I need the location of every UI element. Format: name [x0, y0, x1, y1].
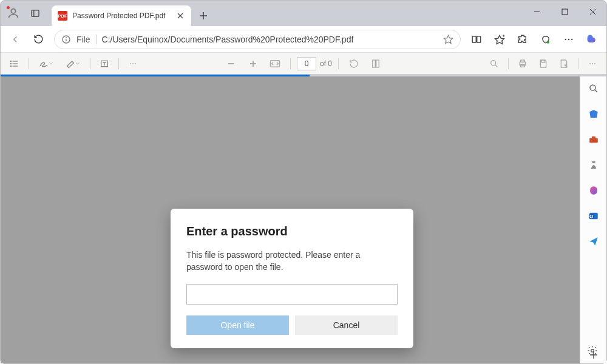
side-office-icon[interactable]: [585, 182, 602, 199]
split-screen-button[interactable]: [466, 30, 487, 49]
svg-line-50: [595, 90, 597, 92]
svg-point-13: [66, 38, 67, 38]
side-panel: [580, 76, 606, 363]
password-input[interactable]: [186, 284, 398, 305]
more-menu-button[interactable]: [558, 30, 580, 49]
svg-point-22: [568, 38, 569, 39]
side-outlook-icon[interactable]: [585, 207, 602, 224]
svg-point-31: [130, 63, 131, 64]
svg-rect-15: [472, 36, 476, 42]
svg-point-32: [132, 63, 134, 64]
side-send-icon[interactable]: [585, 233, 602, 250]
svg-point-47: [592, 63, 593, 64]
side-search-icon[interactable]: [585, 80, 602, 97]
svg-marker-17: [495, 35, 504, 44]
highlight-icon[interactable]: [61, 55, 85, 72]
svg-rect-38: [373, 60, 376, 67]
tab-close-button[interactable]: [175, 11, 185, 21]
more-pdf-icon[interactable]: [124, 55, 142, 72]
address-bar[interactable]: File C:/Users/Equinox/Documents/Password…: [54, 30, 461, 49]
search-icon[interactable]: [485, 55, 503, 72]
refresh-button[interactable]: [27, 30, 49, 49]
minimize-button[interactable]: [523, 2, 551, 21]
settings-gear-icon[interactable]: [585, 343, 600, 359]
tab-title: Password Protected PDF.pdf: [72, 12, 171, 20]
page-total: of 0: [320, 59, 332, 68]
svg-point-28: [10, 63, 11, 64]
browser-tab[interactable]: PDF Password Protected PDF.pdf: [52, 5, 191, 26]
svg-point-23: [571, 38, 572, 39]
dialog-title: Enter a password: [186, 224, 398, 238]
url-scheme: File: [76, 35, 97, 44]
back-button[interactable]: [4, 30, 26, 49]
address-bar-row: File C:/Users/Equinox/Documents/Password…: [1, 26, 606, 53]
url-path: C:/Users/Equinox/Documents/Password%20Pr…: [102, 35, 437, 44]
open-file-button[interactable]: Open file: [186, 315, 289, 335]
svg-rect-44: [521, 64, 525, 67]
side-games-icon[interactable]: [585, 157, 602, 174]
svg-point-58: [591, 349, 594, 352]
copilot-button[interactable]: [581, 30, 603, 49]
profile-button[interactable]: [4, 4, 22, 22]
tab-actions-button[interactable]: [25, 4, 46, 22]
svg-rect-16: [477, 36, 481, 42]
zoom-in-button[interactable]: [244, 55, 262, 72]
svg-point-0: [11, 9, 15, 13]
svg-point-21: [565, 38, 566, 39]
save-icon[interactable]: [534, 55, 552, 72]
print-icon[interactable]: [514, 55, 532, 72]
extensions-button[interactable]: [512, 30, 534, 49]
svg-rect-43: [521, 60, 525, 62]
svg-point-29: [10, 66, 11, 66]
side-shopping-icon[interactable]: [585, 106, 602, 123]
side-tools-icon[interactable]: [585, 131, 602, 148]
maximize-button[interactable]: [551, 2, 578, 21]
text-icon[interactable]: [95, 55, 114, 72]
svg-point-46: [589, 63, 591, 64]
favorites-button[interactable]: [489, 30, 510, 49]
titlebar: PDF Password Protected PDF.pdf: [1, 1, 606, 26]
browser-essentials-button[interactable]: [535, 30, 557, 49]
password-dialog: Enter a password This file is password p…: [171, 209, 413, 348]
draw-icon[interactable]: [34, 55, 58, 72]
site-info-icon[interactable]: [61, 34, 72, 45]
svg-point-40: [491, 60, 496, 65]
svg-line-41: [495, 65, 497, 67]
page-view-icon[interactable]: [367, 55, 385, 72]
pdf-toolbar: of 0: [1, 53, 606, 75]
zoom-out-button[interactable]: [222, 55, 240, 72]
contents-icon[interactable]: [5, 55, 24, 72]
page-number-input[interactable]: [297, 57, 316, 70]
svg-point-20: [547, 41, 550, 44]
pdf-favicon-icon: PDF: [58, 11, 67, 21]
svg-rect-1: [32, 10, 39, 17]
cancel-button[interactable]: Cancel: [295, 315, 398, 335]
favorite-star-icon[interactable]: [442, 33, 454, 46]
svg-rect-39: [376, 60, 379, 67]
svg-point-49: [590, 85, 595, 90]
svg-point-33: [135, 63, 136, 64]
new-tab-button[interactable]: [194, 6, 213, 25]
fit-page-icon[interactable]: [266, 55, 284, 72]
pdf-overflow-icon[interactable]: [583, 55, 602, 72]
save-as-icon[interactable]: [555, 55, 573, 72]
svg-rect-52: [592, 136, 595, 138]
svg-point-27: [10, 61, 11, 61]
svg-rect-45: [541, 60, 544, 62]
svg-marker-14: [444, 35, 452, 43]
close-window-button[interactable]: [578, 2, 606, 21]
dialog-message: This file is password protected. Please …: [186, 249, 398, 273]
svg-rect-8: [562, 9, 568, 15]
rotate-icon[interactable]: [345, 55, 363, 72]
svg-rect-51: [589, 138, 598, 143]
svg-point-48: [594, 63, 595, 64]
notification-dot-icon: [6, 5, 10, 10]
